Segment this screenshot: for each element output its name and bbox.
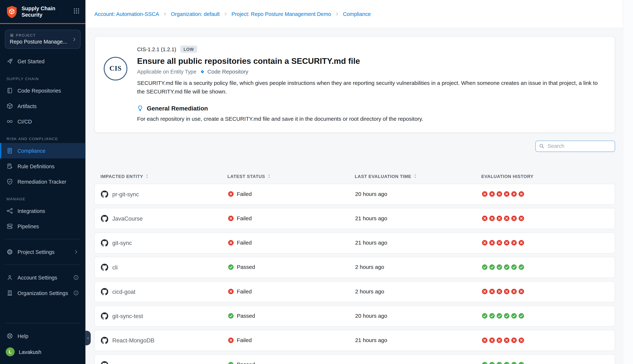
table-row[interactable]: pr-git-sync Failed 20 hours ago [94, 184, 615, 205]
table-row[interactable]: JavaCourse Failed 21 hours ago [94, 208, 615, 229]
user-menu[interactable]: L Lavakush [0, 344, 85, 360]
table-header: IMPACTED ENTITY LATEST STATUS LAST EVALU… [94, 174, 615, 179]
table-row[interactable]: git-sync Failed 21 hours ago [94, 232, 615, 253]
search-input[interactable] [547, 143, 611, 150]
pass-icon [489, 362, 495, 364]
sidebar-item-remediation-tracker[interactable]: Remediation Tracker [0, 174, 85, 189]
fail-icon [511, 289, 517, 295]
entity-name[interactable]: git-sync [112, 240, 132, 246]
module-switcher-icon[interactable] [73, 8, 80, 14]
sidebar-item-code-repositories[interactable]: Code Repositories [0, 83, 85, 98]
sidebar-item-project-settings[interactable]: Project Settings [0, 244, 85, 260]
history-cell [482, 240, 615, 246]
fail-icon [482, 216, 488, 222]
scrollbar-rail[interactable] [623, 0, 633, 364]
evaluation-time: 20 hours ago [355, 313, 387, 319]
gear-icon [7, 248, 13, 255]
table-row[interactable]: React-MongoDB Failed 21 hours ago [94, 330, 615, 351]
section-label-supply-chain: SUPPLY CHAIN [0, 76, 85, 81]
pass-icon [482, 362, 488, 364]
evaluation-time: 21 hours ago [355, 240, 387, 246]
infinity-icon [7, 118, 13, 125]
fail-icon [482, 337, 488, 343]
table-row[interactable]: Passed [94, 354, 615, 364]
breadcrumb-organization[interactable]: Organization: default [171, 11, 220, 17]
sort-icon[interactable] [268, 174, 271, 178]
sidebar-item-help[interactable]: Help [0, 328, 85, 344]
chevron-right-icon [223, 12, 228, 16]
fail-icon [496, 216, 502, 222]
sidebar: Supply Chain Security PROJECT Repo Postu… [0, 0, 85, 364]
search-box[interactable] [535, 140, 615, 152]
breadcrumb-project[interactable]: Project: Repo Posture Management Demo [232, 11, 331, 17]
fail-icon [518, 240, 524, 246]
info-icon[interactable] [73, 274, 79, 280]
entity-type[interactable]: Code Repository [199, 68, 248, 75]
breadcrumb-account[interactable]: Account: Automation-SSCA [94, 11, 159, 17]
github-icon [101, 215, 108, 222]
status-label: Failed [237, 289, 252, 295]
history-cell [482, 362, 615, 364]
info-icon[interactable] [73, 290, 79, 296]
nav-label: Compliance [18, 148, 45, 154]
main-area: Account: Automation-SSCA Organization: d… [85, 0, 623, 364]
history-cell [482, 264, 615, 270]
fail-icon [511, 191, 517, 197]
entity-name[interactable]: cli [112, 264, 118, 270]
entity-name[interactable]: pr-git-sync [112, 191, 139, 198]
project-selector[interactable]: PROJECT Repo Posture Manage... [5, 30, 81, 49]
pass-icon [511, 362, 517, 364]
pass-icon [489, 313, 495, 319]
table-row[interactable]: cicd-goat Failed 2 hours ago [94, 281, 615, 302]
nav-label: Get Started [18, 58, 45, 64]
sidebar-item-rule-definitions[interactable]: Rule Definitions [0, 158, 85, 174]
status-label: Passed [237, 362, 255, 364]
rules-icon [7, 163, 13, 170]
column-header-latest-status[interactable]: LATEST STATUS [228, 174, 355, 179]
status-label: Passed [237, 313, 255, 319]
pipelines-icon [7, 223, 13, 230]
sort-icon[interactable] [146, 174, 148, 178]
integrations-icon [7, 208, 13, 214]
section-label-manage: MANAGE [0, 197, 85, 201]
pass-icon [496, 264, 502, 270]
sidebar-item-integrations[interactable]: Integrations [0, 203, 85, 218]
sidebar-item-account-settings[interactable]: Account Settings [0, 270, 85, 285]
pass-icon [496, 362, 502, 364]
project-name: Repo Posture Manage... [10, 38, 70, 45]
sidebar-item-cicd[interactable]: CI/CD [0, 114, 85, 129]
table-row[interactable]: cli Passed 2 hours ago [94, 257, 615, 278]
evaluation-time: 21 hours ago [355, 216, 387, 222]
table-row[interactable]: git-sync-test Passed 20 hours ago [94, 306, 615, 326]
sidebar-item-get-started[interactable]: Get Started [0, 54, 85, 69]
organization-icon [7, 290, 13, 296]
status-icon [228, 240, 234, 246]
sort-icon[interactable] [414, 174, 417, 178]
fail-icon [504, 216, 510, 222]
chevron-right-icon [72, 36, 77, 42]
column-label: LATEST STATUS [228, 174, 265, 179]
nav-label: Rule Definitions [18, 163, 55, 169]
entity-name[interactable]: JavaCourse [112, 215, 143, 222]
entity-name[interactable]: git-sync-test [112, 313, 143, 319]
nav-label: Remediation Tracker [18, 178, 66, 184]
nav-label: Organization Settings [18, 290, 68, 296]
breadcrumb-current[interactable]: Compliance [343, 11, 371, 17]
entity-name[interactable]: cicd-goat [112, 288, 135, 295]
fail-icon [518, 337, 524, 343]
column-header-impacted-entity[interactable]: IMPACTED ENTITY [101, 174, 228, 179]
evaluation-time: 21 hours ago [355, 337, 387, 343]
page-content: CIS CIS-1.2.1 (1.2.1) LOW Ensure all pub… [85, 28, 623, 364]
app-window: Supply Chain Security PROJECT Repo Postu… [0, 0, 633, 364]
sidebar-item-artifacts[interactable]: Artifacts [0, 98, 85, 114]
section-label-risk-and-compliance: RISK AND COMPLIANCE [0, 136, 85, 141]
sidebar-item-organization-settings[interactable]: Organization Settings [0, 285, 85, 300]
nav-label: Integrations [18, 208, 45, 214]
column-header-last-evaluation-time[interactable]: LAST EVALUATION TIME [355, 174, 481, 179]
sidebar-item-compliance[interactable]: Compliance [0, 143, 85, 158]
sidebar-collapse-handle[interactable] [85, 331, 91, 345]
entity-name[interactable]: React-MongoDB [112, 337, 154, 344]
project-label: PROJECT [10, 33, 70, 37]
status-icon [228, 264, 234, 270]
sidebar-item-pipelines[interactable]: Pipelines [0, 218, 85, 234]
